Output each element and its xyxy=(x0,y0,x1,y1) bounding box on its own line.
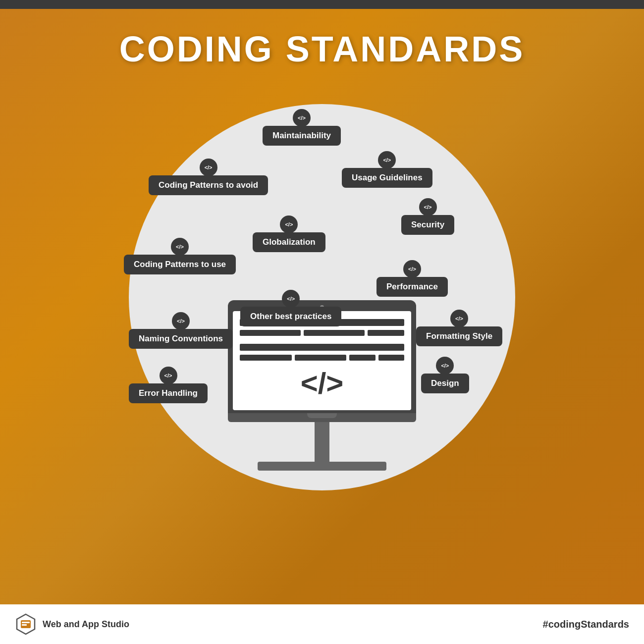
footer-hashtag: #codingStandards xyxy=(543,619,629,630)
chip-label-globalization: Globalization xyxy=(253,232,325,252)
chip-naming-conventions: </> Naming Conventions xyxy=(129,312,233,349)
chip-label-avoid: Coding Patterns to avoid xyxy=(149,175,268,195)
chip-error-handling: </> Error Handling xyxy=(129,367,208,403)
code-symbol: </> xyxy=(240,369,404,398)
chip-label-use: Coding Patterns to use xyxy=(124,255,236,274)
circle-area: </> Maintainability </> Usage Guidelines… xyxy=(109,84,535,510)
logo-icon xyxy=(15,613,37,635)
page-title: CODING STANDARDS xyxy=(119,29,525,69)
screen-bar-6 xyxy=(240,355,292,361)
chip-label-formatting: Formatting Style xyxy=(416,326,502,346)
code-icon-error: </> xyxy=(160,367,177,384)
code-icon-naming: </> xyxy=(172,312,190,330)
chip-maintainability: </> Maintainability xyxy=(263,109,341,146)
laptop-stand xyxy=(315,422,329,462)
screen-bar-8 xyxy=(349,355,375,361)
screen-bars-row-1 xyxy=(240,330,404,340)
chip-label-performance: Performance xyxy=(376,277,448,297)
code-icon-maintainability: </> xyxy=(293,109,311,127)
footer-logo-text: Web and App Studio xyxy=(43,619,129,630)
chip-label-other: Other best practices xyxy=(240,307,341,326)
chip-coding-patterns-avoid: </> Coding Patterns to avoid xyxy=(149,159,268,195)
screen-bar-9 xyxy=(378,355,404,361)
chip-label-maintainability: Maintainability xyxy=(263,126,341,146)
screen-bar-7 xyxy=(295,355,347,361)
laptop-base xyxy=(228,413,416,422)
svg-rect-2 xyxy=(22,622,30,623)
screen-bar-3 xyxy=(304,330,365,336)
svg-rect-3 xyxy=(22,624,27,626)
chip-label-naming: Naming Conventions xyxy=(129,329,233,349)
chip-label-design: Design xyxy=(421,374,469,393)
screen-bar-5 xyxy=(240,344,404,351)
code-icon-use: </> xyxy=(171,238,189,256)
footer: Web and App Studio #codingStandards xyxy=(0,604,644,644)
code-icon-formatting: </> xyxy=(450,310,468,327)
code-icon-performance: </> xyxy=(403,260,421,278)
chip-globalization: </> Globalization xyxy=(253,215,325,252)
top-bar xyxy=(0,0,644,9)
chip-label-error: Error Handling xyxy=(129,383,208,403)
code-icon-usage: </> xyxy=(378,151,396,169)
screen-bar-2 xyxy=(240,330,301,336)
code-icon-globalization: </> xyxy=(280,215,298,233)
laptop-feet xyxy=(258,462,386,471)
code-icon-other: </> xyxy=(282,290,300,308)
laptop-notch xyxy=(307,413,337,418)
code-icon-design: </> xyxy=(436,357,454,375)
chip-other-best-practices: </> Other best practices xyxy=(240,290,341,326)
chip-coding-patterns-use: </> Coding Patterns to use xyxy=(124,238,236,274)
chip-usage-guidelines: </> Usage Guidelines xyxy=(342,151,432,188)
screen-bars-row-2 xyxy=(240,355,404,365)
chip-label-usage: Usage Guidelines xyxy=(342,168,432,188)
chip-security: </> Security xyxy=(401,198,454,235)
title-section: CODING STANDARDS xyxy=(119,9,525,79)
chip-performance: </> Performance xyxy=(376,260,448,297)
code-icon-security: </> xyxy=(419,198,437,216)
main-container: CODING STANDARDS </> Maintainability </>… xyxy=(0,0,644,644)
chip-design: </> Design xyxy=(421,357,469,393)
screen-bar-4 xyxy=(368,330,404,336)
content-area: CODING STANDARDS </> Maintainability </>… xyxy=(0,9,644,604)
chip-label-security: Security xyxy=(401,215,454,235)
chip-formatting-style: </> Formatting Style xyxy=(416,310,502,346)
code-icon-avoid: </> xyxy=(200,159,217,176)
logo-area: Web and App Studio xyxy=(15,613,129,635)
